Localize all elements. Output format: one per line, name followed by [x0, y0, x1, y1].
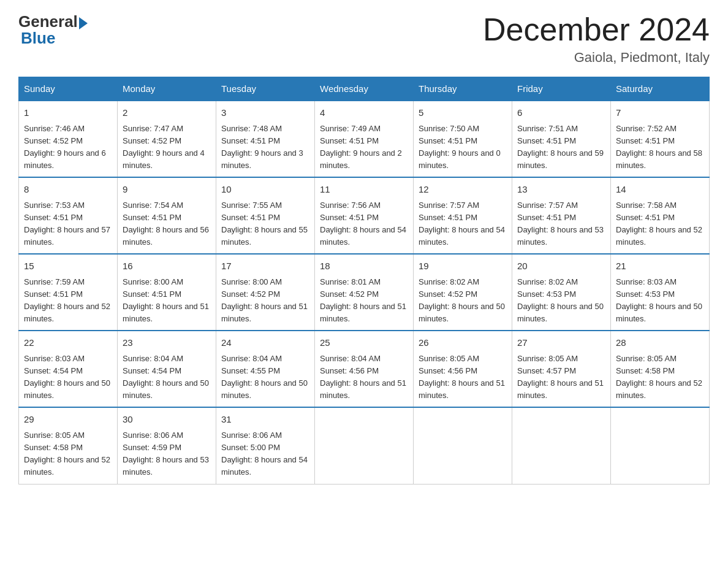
day-number: 30	[123, 413, 211, 427]
page-header: General Blue December 2024 Gaiola, Piedm…	[18, 12, 710, 66]
day-info: Sunrise: 8:03 AMSunset: 4:53 PMDaylight:…	[616, 276, 704, 326]
day-number: 19	[419, 259, 507, 274]
calendar-header: Sunday Monday Tuesday Wednesday Thursday…	[19, 77, 710, 101]
calendar-week-row: 8Sunrise: 7:53 AMSunset: 4:51 PMDaylight…	[19, 177, 710, 254]
day-info: Sunrise: 8:04 AMSunset: 4:55 PMDaylight:…	[221, 353, 309, 402]
day-number: 7	[616, 106, 704, 120]
day-number: 29	[24, 413, 112, 427]
calendar-cell: 4Sunrise: 7:49 AMSunset: 4:51 PMDaylight…	[315, 101, 414, 177]
calendar-body: 1Sunrise: 7:46 AMSunset: 4:52 PMDaylight…	[19, 101, 710, 484]
day-info: Sunrise: 7:59 AMSunset: 4:51 PMDaylight:…	[24, 276, 112, 326]
header-wednesday: Wednesday	[315, 77, 414, 101]
calendar-week-row: 1Sunrise: 7:46 AMSunset: 4:52 PMDaylight…	[19, 101, 710, 177]
calendar-week-row: 15Sunrise: 7:59 AMSunset: 4:51 PMDayligh…	[19, 254, 710, 331]
calendar-cell: 15Sunrise: 7:59 AMSunset: 4:51 PMDayligh…	[19, 254, 118, 331]
day-info: Sunrise: 7:47 AMSunset: 4:52 PMDaylight:…	[123, 123, 211, 172]
header-monday: Monday	[118, 77, 216, 101]
calendar-cell: 7Sunrise: 7:52 AMSunset: 4:51 PMDaylight…	[611, 101, 710, 177]
day-number: 3	[221, 106, 309, 120]
day-number: 4	[320, 106, 408, 120]
calendar-cell: 16Sunrise: 8:00 AMSunset: 4:51 PMDayligh…	[118, 254, 216, 331]
day-info: Sunrise: 7:58 AMSunset: 4:51 PMDaylight:…	[616, 199, 704, 249]
calendar-cell: 8Sunrise: 7:53 AMSunset: 4:51 PMDaylight…	[19, 177, 118, 254]
calendar-week-row: 22Sunrise: 8:03 AMSunset: 4:54 PMDayligh…	[19, 331, 710, 407]
weekday-header-row: Sunday Monday Tuesday Wednesday Thursday…	[19, 77, 710, 101]
calendar-cell: 14Sunrise: 7:58 AMSunset: 4:51 PMDayligh…	[611, 177, 710, 254]
calendar-cell: 11Sunrise: 7:56 AMSunset: 4:51 PMDayligh…	[315, 177, 414, 254]
day-info: Sunrise: 8:04 AMSunset: 4:56 PMDaylight:…	[320, 353, 408, 402]
day-info: Sunrise: 8:06 AMSunset: 5:00 PMDaylight:…	[221, 429, 309, 479]
title-block: December 2024 Gaiola, Piedmont, Italy	[483, 12, 710, 66]
day-info: Sunrise: 8:01 AMSunset: 4:52 PMDaylight:…	[320, 276, 408, 326]
day-info: Sunrise: 7:54 AMSunset: 4:51 PMDaylight:…	[123, 199, 211, 249]
calendar-cell: 18Sunrise: 8:01 AMSunset: 4:52 PMDayligh…	[315, 254, 414, 331]
day-number: 9	[123, 183, 211, 197]
day-info: Sunrise: 8:05 AMSunset: 4:58 PMDaylight:…	[24, 429, 112, 479]
calendar-table: Sunday Monday Tuesday Wednesday Thursday…	[18, 77, 710, 484]
header-saturday: Saturday	[611, 77, 710, 101]
calendar-cell: 5Sunrise: 7:50 AMSunset: 4:51 PMDaylight…	[414, 101, 512, 177]
day-number: 11	[320, 183, 408, 197]
day-info: Sunrise: 8:02 AMSunset: 4:52 PMDaylight:…	[419, 276, 507, 326]
day-number: 28	[616, 336, 704, 350]
calendar-cell: 2Sunrise: 7:47 AMSunset: 4:52 PMDaylight…	[118, 101, 216, 177]
day-info: Sunrise: 8:00 AMSunset: 4:52 PMDaylight:…	[221, 276, 309, 326]
day-number: 21	[616, 259, 704, 274]
calendar-cell: 28Sunrise: 8:05 AMSunset: 4:58 PMDayligh…	[611, 331, 710, 407]
day-number: 20	[517, 259, 605, 274]
day-info: Sunrise: 7:46 AMSunset: 4:52 PMDaylight:…	[24, 123, 112, 172]
day-info: Sunrise: 7:53 AMSunset: 4:51 PMDaylight:…	[24, 199, 112, 249]
calendar-cell: 20Sunrise: 8:02 AMSunset: 4:53 PMDayligh…	[512, 254, 611, 331]
calendar-cell: 30Sunrise: 8:06 AMSunset: 4:59 PMDayligh…	[118, 407, 216, 484]
calendar-cell: 26Sunrise: 8:05 AMSunset: 4:56 PMDayligh…	[414, 331, 512, 407]
logo-blue-text: Blue	[21, 29, 55, 48]
day-number: 5	[419, 106, 507, 120]
logo-arrow-icon	[79, 17, 88, 29]
day-number: 13	[517, 183, 605, 197]
calendar-cell: 9Sunrise: 7:54 AMSunset: 4:51 PMDaylight…	[118, 177, 216, 254]
header-friday: Friday	[512, 77, 611, 101]
calendar-cell	[315, 407, 414, 484]
day-number: 25	[320, 336, 408, 350]
calendar-cell	[414, 407, 512, 484]
day-number: 8	[24, 183, 112, 197]
day-number: 12	[419, 183, 507, 197]
day-number: 22	[24, 336, 112, 350]
day-info: Sunrise: 7:57 AMSunset: 4:51 PMDaylight:…	[517, 199, 605, 249]
day-info: Sunrise: 8:05 AMSunset: 4:57 PMDaylight:…	[517, 353, 605, 402]
day-number: 31	[221, 413, 309, 427]
day-number: 26	[419, 336, 507, 350]
day-info: Sunrise: 8:04 AMSunset: 4:54 PMDaylight:…	[123, 353, 211, 402]
day-number: 24	[221, 336, 309, 350]
calendar-cell: 1Sunrise: 7:46 AMSunset: 4:52 PMDaylight…	[19, 101, 118, 177]
calendar-cell	[611, 407, 710, 484]
calendar-subtitle: Gaiola, Piedmont, Italy	[483, 50, 710, 66]
day-number: 17	[221, 259, 309, 274]
day-number: 14	[616, 183, 704, 197]
calendar-cell: 22Sunrise: 8:03 AMSunset: 4:54 PMDayligh…	[19, 331, 118, 407]
calendar-cell: 29Sunrise: 8:05 AMSunset: 4:58 PMDayligh…	[19, 407, 118, 484]
day-number: 27	[517, 336, 605, 350]
calendar-cell: 6Sunrise: 7:51 AMSunset: 4:51 PMDaylight…	[512, 101, 611, 177]
day-info: Sunrise: 7:52 AMSunset: 4:51 PMDaylight:…	[616, 123, 704, 172]
day-info: Sunrise: 7:48 AMSunset: 4:51 PMDaylight:…	[221, 123, 309, 172]
day-number: 1	[24, 106, 112, 120]
day-info: Sunrise: 7:56 AMSunset: 4:51 PMDaylight:…	[320, 199, 408, 249]
calendar-cell: 3Sunrise: 7:48 AMSunset: 4:51 PMDaylight…	[216, 101, 315, 177]
day-info: Sunrise: 8:05 AMSunset: 4:58 PMDaylight:…	[616, 353, 704, 402]
calendar-cell: 19Sunrise: 8:02 AMSunset: 4:52 PMDayligh…	[414, 254, 512, 331]
calendar-cell: 13Sunrise: 7:57 AMSunset: 4:51 PMDayligh…	[512, 177, 611, 254]
calendar-cell: 10Sunrise: 7:55 AMSunset: 4:51 PMDayligh…	[216, 177, 315, 254]
calendar-cell: 24Sunrise: 8:04 AMSunset: 4:55 PMDayligh…	[216, 331, 315, 407]
day-number: 18	[320, 259, 408, 274]
header-thursday: Thursday	[414, 77, 512, 101]
day-number: 15	[24, 259, 112, 274]
calendar-cell	[512, 407, 611, 484]
header-tuesday: Tuesday	[216, 77, 315, 101]
day-info: Sunrise: 8:03 AMSunset: 4:54 PMDaylight:…	[24, 353, 112, 402]
day-info: Sunrise: 7:49 AMSunset: 4:51 PMDaylight:…	[320, 123, 408, 172]
day-number: 10	[221, 183, 309, 197]
day-info: Sunrise: 8:06 AMSunset: 4:59 PMDaylight:…	[123, 429, 211, 479]
day-info: Sunrise: 7:55 AMSunset: 4:51 PMDaylight:…	[221, 199, 309, 249]
day-info: Sunrise: 8:00 AMSunset: 4:51 PMDaylight:…	[123, 276, 211, 326]
